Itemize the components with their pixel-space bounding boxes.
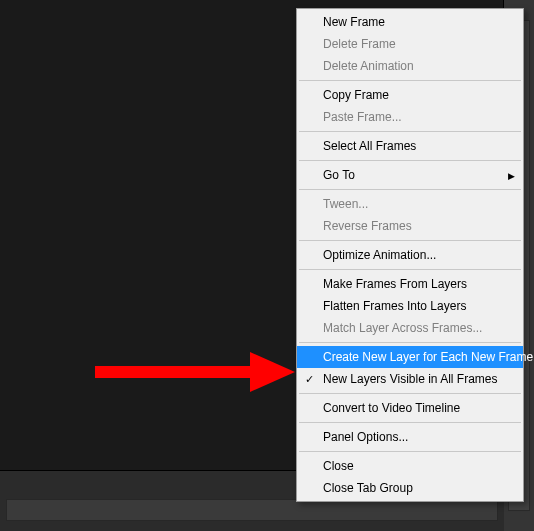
menu-item-label: Flatten Frames Into Layers	[323, 299, 466, 313]
panel-flyout-menu[interactable]: New FrameDelete FrameDelete AnimationCop…	[296, 8, 524, 502]
menu-separator	[299, 189, 521, 190]
svg-marker-1	[250, 352, 295, 392]
menu-item-label: Convert to Video Timeline	[323, 401, 460, 415]
menu-item-panel-options[interactable]: Panel Options...	[297, 426, 523, 448]
menu-item-label: Go To	[323, 168, 355, 182]
menu-separator	[299, 160, 521, 161]
menu-item-reverse-frames: Reverse Frames	[297, 215, 523, 237]
menu-item-create-new-layer-for-each-new-frame[interactable]: Create New Layer for Each New Frame	[297, 346, 523, 368]
menu-item-label: Match Layer Across Frames...	[323, 321, 482, 335]
menu-separator	[299, 269, 521, 270]
menu-separator	[299, 80, 521, 81]
menu-item-label: Paste Frame...	[323, 110, 402, 124]
svg-rect-0	[95, 366, 255, 378]
menu-item-select-all-frames[interactable]: Select All Frames	[297, 135, 523, 157]
menu-item-label: Make Frames From Layers	[323, 277, 467, 291]
menu-item-label: Create New Layer for Each New Frame	[323, 350, 533, 364]
app-canvas: New FrameDelete FrameDelete AnimationCop…	[0, 0, 534, 531]
menu-item-label: Panel Options...	[323, 430, 408, 444]
menu-item-label: Reverse Frames	[323, 219, 412, 233]
menu-separator	[299, 451, 521, 452]
menu-item-label: Close	[323, 459, 354, 473]
menu-item-match-layer-across-frames: Match Layer Across Frames...	[297, 317, 523, 339]
menu-separator	[299, 342, 521, 343]
menu-item-tween: Tween...	[297, 193, 523, 215]
menu-item-delete-animation: Delete Animation	[297, 55, 523, 77]
menu-item-close-tab-group[interactable]: Close Tab Group	[297, 477, 523, 499]
menu-item-copy-frame[interactable]: Copy Frame	[297, 84, 523, 106]
menu-item-flatten-frames-into-layers[interactable]: Flatten Frames Into Layers	[297, 295, 523, 317]
menu-item-go-to[interactable]: Go To	[297, 164, 523, 186]
menu-item-delete-frame: Delete Frame	[297, 33, 523, 55]
menu-item-label: New Frame	[323, 15, 385, 29]
annotation-arrow-icon	[95, 352, 295, 392]
menu-item-make-frames-from-layers[interactable]: Make Frames From Layers	[297, 273, 523, 295]
menu-item-label: Delete Frame	[323, 37, 396, 51]
menu-item-convert-to-video-timeline[interactable]: Convert to Video Timeline	[297, 397, 523, 419]
menu-item-label: Optimize Animation...	[323, 248, 436, 262]
bottom-panel-well	[6, 499, 498, 521]
menu-item-label: New Layers Visible in All Frames	[323, 372, 498, 386]
menu-item-new-layers-visible-in-all-frames[interactable]: New Layers Visible in All Frames	[297, 368, 523, 390]
menu-item-close[interactable]: Close	[297, 455, 523, 477]
menu-item-new-frame[interactable]: New Frame	[297, 11, 523, 33]
menu-separator	[299, 131, 521, 132]
menu-separator	[299, 240, 521, 241]
menu-item-label: Copy Frame	[323, 88, 389, 102]
menu-item-label: Select All Frames	[323, 139, 416, 153]
menu-item-optimize-animation[interactable]: Optimize Animation...	[297, 244, 523, 266]
menu-separator	[299, 422, 521, 423]
menu-item-label: Delete Animation	[323, 59, 414, 73]
menu-item-paste-frame: Paste Frame...	[297, 106, 523, 128]
menu-item-label: Tween...	[323, 197, 368, 211]
menu-item-label: Close Tab Group	[323, 481, 413, 495]
menu-separator	[299, 393, 521, 394]
